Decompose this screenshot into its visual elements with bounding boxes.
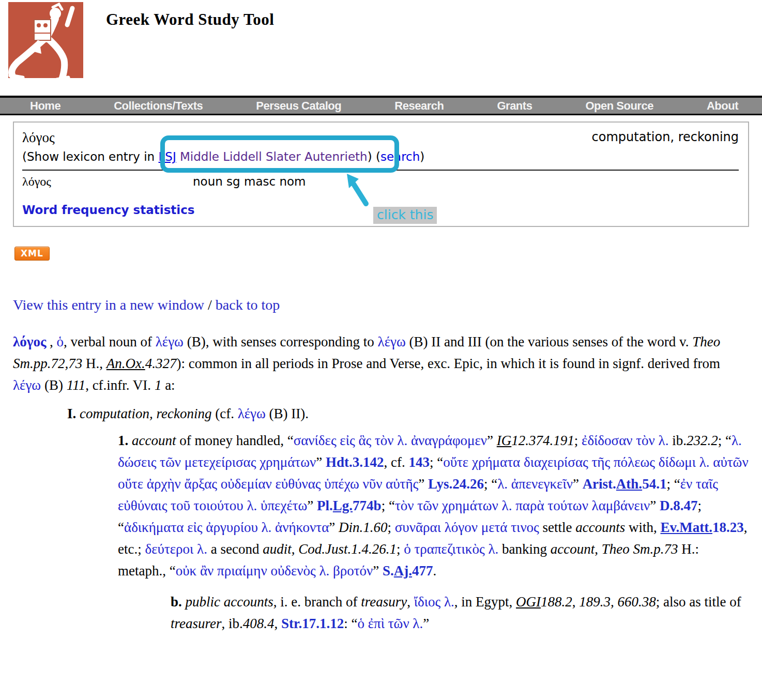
entry-link[interactable]: 18.23 (712, 520, 744, 535)
text-segment (182, 594, 186, 610)
entry-link[interactable]: Ev.Matt. (661, 520, 713, 535)
text-segment: , cf. (384, 454, 408, 470)
entry-nav-separator: / (204, 297, 216, 313)
text-segment: ; also as title of (656, 594, 741, 610)
text-segment: treasury (361, 594, 407, 610)
nav-item-perseus-catalog[interactable]: Perseus Catalog (256, 99, 341, 113)
entry-link[interactable]: 774b (353, 498, 382, 513)
text-segment: 1. (118, 433, 128, 448)
entry-link[interactable]: 54.1 (642, 476, 666, 492)
entry-link[interactable]: συνᾶραι λόγον μετά τινος (395, 520, 539, 535)
entry-link[interactable]: λόγος (13, 334, 46, 349)
text-segment: OGI (516, 594, 541, 610)
short-definition: computation, reckoning (592, 130, 739, 144)
text-segment: computation, reckoning (80, 406, 211, 421)
lexicon-entry-body: λόγος , ὁ, verbal noun of λέγω (B), with… (13, 331, 749, 634)
entry-link[interactable]: λέγω (238, 406, 266, 421)
nav-item-open-source[interactable]: Open Source (585, 99, 653, 113)
lexicon-link-slater[interactable]: Slater (266, 150, 301, 163)
entry-link[interactable]: Lg. (333, 498, 353, 513)
text-segment: ; “ (718, 433, 731, 448)
text-segment: , (292, 541, 299, 557)
text-segment: , (407, 594, 414, 610)
text-segment: Din.1.60 (339, 520, 388, 535)
lexicon-link-middle-liddell[interactable]: Middle Liddell (180, 150, 262, 163)
text-segment: . (433, 563, 437, 579)
text-segment: b. (171, 594, 182, 610)
entry-link[interactable]: ἐδίδοσαν τὸν λ. (582, 433, 668, 448)
text-segment: I. (67, 406, 76, 421)
lexicon-entry-line: (Show lexicon entry in LSJ Middle Liddel… (22, 150, 739, 163)
entry-link[interactable]: Pl. (317, 498, 333, 513)
entry-link[interactable]: Lys.24.26 (428, 476, 484, 492)
text-segment: ” (373, 563, 383, 579)
entry-link[interactable]: Str.17.1.12 (281, 616, 344, 631)
entry-link[interactable]: λέγω (13, 377, 41, 393)
lexicon-link-lsj[interactable]: LSJ (159, 150, 176, 163)
text-segment: settle (539, 520, 575, 535)
text-segment: IG (497, 433, 512, 448)
nav-item-home[interactable]: Home (30, 99, 60, 113)
xml-button[interactable]: XML (14, 247, 50, 261)
nav-item-grants[interactable]: Grants (497, 99, 532, 113)
text-segment: a: (161, 377, 175, 393)
nav-item-collections-texts[interactable]: Collections/Texts (114, 99, 203, 113)
entry-link[interactable]: Arist. (583, 476, 616, 492)
word-frequency-link[interactable]: Word frequency statistics (22, 203, 195, 217)
entry-link[interactable]: λέγω (156, 334, 184, 349)
text-segment: treasurer (171, 616, 222, 631)
entry-link[interactable]: ἴδιος λ. (414, 594, 454, 610)
nav-item-about[interactable]: About (707, 99, 738, 113)
text-segment: An.Ox. (106, 356, 145, 371)
entry-link[interactable]: οὐκ ἂν πριαίμην οὐδενὸς λ. βροτόν (176, 563, 373, 579)
entry-link[interactable]: ὁ τραπεζιτικὸς λ. (404, 541, 498, 557)
entry-link[interactable]: σανίδες εἰς ἃς τὸν λ. ἀναγράφομεν (294, 433, 487, 448)
morph-analysis-row: λόγοςnoun sg masc nom (22, 175, 739, 189)
lexicon-line-close: ) ( (368, 150, 380, 163)
text-segment: ” (423, 616, 429, 631)
text-segment: 111 (67, 377, 86, 393)
perseus-logo-icon[interactable] (5, 2, 85, 83)
back-to-top-link[interactable]: back to top (216, 297, 280, 313)
entry-link[interactable]: 477 (412, 563, 433, 579)
entry-link[interactable]: 143 (408, 454, 430, 470)
text-segment: , (275, 616, 282, 631)
entry-link[interactable]: ἀδικήματα εἰς ἀργυρίου λ. ἀνήκοντα (124, 520, 329, 535)
entry-link[interactable]: λέγω (378, 334, 406, 349)
text-segment: (B) II and III (on the various senses of… (406, 334, 693, 349)
entry-link[interactable]: Ath. (616, 476, 642, 492)
entry-link[interactable]: τὸν τῶν χρημάτων λ. παρὰ τούτων λαμβάνει… (395, 498, 650, 513)
text-segment (128, 433, 132, 448)
view-new-window-link[interactable]: View this entry in a new window (13, 297, 204, 313)
nav-bar: HomeCollections/TextsPerseus CatalogRese… (0, 96, 762, 115)
entry-link[interactable]: ὁ ἐπὶ τῶν λ. (358, 616, 423, 631)
search-link[interactable]: search (380, 150, 420, 163)
text-segment: with, (625, 520, 660, 535)
text-segment: , cf.infr. VI. (85, 377, 155, 393)
text-segment: 1 (155, 377, 162, 393)
entry-link[interactable]: Hdt.3.142 (326, 454, 384, 470)
text-segment: 12.374.191 (511, 433, 574, 448)
text-segment: , (572, 594, 580, 610)
text-segment: ” (418, 476, 428, 492)
text-segment (76, 406, 80, 421)
text-segment: ” (329, 520, 339, 535)
entry-nav-links: View this entry in a new window / back t… (13, 297, 762, 313)
entry-link[interactable]: δεύτεροι λ. (145, 541, 207, 557)
entry-link[interactable]: Aj. (394, 563, 412, 579)
text-segment: audit (263, 541, 292, 557)
entry-link[interactable]: S. (383, 563, 394, 579)
nav-item-research[interactable]: Research (394, 99, 444, 113)
entry-link[interactable]: ὁ (57, 334, 64, 349)
text-segment: 189.3, 660.38 (579, 594, 656, 610)
lexicon-link-autenrieth[interactable]: Autenrieth (304, 150, 368, 163)
lexicon-links: LSJ Middle Liddell Slater Autenrieth (159, 150, 368, 163)
text-segment: (B), with senses corresponding to (184, 334, 378, 349)
entry-link[interactable]: D.8.47 (660, 498, 698, 513)
text-segment: ): common in all periods in Prose and Ve… (176, 356, 720, 371)
text-segment: 188.2 (541, 594, 572, 610)
text-segment: ; “ (666, 476, 680, 492)
text-segment: ” (316, 454, 326, 470)
entry-link[interactable]: λ. ἀπενεγκεῖν (497, 476, 573, 492)
panel-headword: λόγος (22, 130, 55, 146)
